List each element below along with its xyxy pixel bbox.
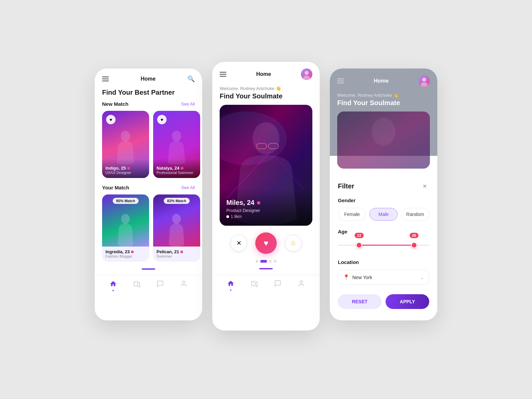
nav-chat-1[interactable] bbox=[157, 280, 164, 289]
filter-header: Filter ✕ bbox=[338, 181, 429, 191]
main-profile-distance: 1.9km bbox=[226, 214, 306, 219]
reject-button[interactable]: ✕ bbox=[230, 235, 247, 252]
slider-fill bbox=[356, 245, 411, 246]
svg-point-15 bbox=[300, 281, 302, 283]
your-match-ingredia[interactable]: 95% Match Ingredia, 23 Fashion Blogger bbox=[102, 194, 149, 262]
age-max-label: 28 bbox=[409, 233, 418, 238]
avatar-3[interactable] bbox=[418, 75, 430, 87]
card-dots bbox=[212, 257, 320, 268]
match-card-natalya[interactable]: ♥ Natalya, 24 Professional Swimmer bbox=[153, 111, 200, 178]
card-1-profession: UX/UI Designer bbox=[105, 171, 146, 175]
p2-progress-bar bbox=[259, 268, 273, 269]
verified-dot-ym-2 bbox=[180, 251, 183, 253]
main-profile-name: Miles, 24 bbox=[226, 199, 306, 207]
soulmate-title-3: Find Your Soulmate bbox=[337, 99, 430, 107]
find-partner-title: Find Your Best Partner bbox=[102, 89, 195, 96]
your-match-name-1: Ingredia, 23 bbox=[105, 249, 146, 254]
like-button[interactable]: ♥ bbox=[255, 232, 277, 254]
age-slider[interactable]: 22 28 bbox=[338, 239, 429, 251]
phone-2: Home Welcome, Rodney Artichoke 👋 Find Yo… bbox=[212, 62, 320, 330]
progress-area bbox=[95, 268, 202, 275]
filter-reset-button[interactable]: RESET bbox=[338, 294, 382, 309]
nav-active-indicator-2 bbox=[230, 290, 231, 291]
nav-home-2[interactable] bbox=[227, 280, 234, 289]
new-match-header: New Match See All bbox=[95, 101, 202, 107]
svg-point-0 bbox=[121, 131, 130, 141]
main-profile-profession: Product Designer bbox=[226, 208, 306, 213]
age-min-label: 22 bbox=[355, 233, 363, 238]
match-silhouette-1 bbox=[115, 213, 137, 247]
card-1-name: Indigo, 25 bbox=[105, 166, 146, 171]
hamburger-menu-icon-2[interactable] bbox=[220, 72, 226, 77]
match-badge-2: 82% Match bbox=[164, 198, 190, 204]
dot-1 bbox=[256, 260, 258, 263]
main-profile-card[interactable]: Miles, 24 Product Designer 1.9km bbox=[220, 105, 312, 226]
phone-2-header: Home bbox=[212, 62, 320, 83]
nav-map-1[interactable] bbox=[133, 280, 140, 289]
your-match-label: Your Match bbox=[102, 185, 129, 190]
phone-2-bottom-nav bbox=[212, 275, 320, 296]
star-button[interactable]: ☆ bbox=[285, 235, 302, 252]
gender-male-btn[interactable]: Male bbox=[369, 208, 398, 221]
nav-map-2[interactable] bbox=[251, 280, 258, 289]
scene: Home 🔍 Find Your Best Partner New Match … bbox=[81, 55, 451, 344]
svg-point-4 bbox=[182, 281, 185, 283]
nav-active-indicator bbox=[113, 290, 114, 291]
progress-bar bbox=[142, 268, 155, 270]
chevron-down-icon: ⌄ bbox=[420, 275, 424, 280]
dot-2-active bbox=[260, 260, 267, 263]
nav-profile-2[interactable] bbox=[298, 280, 305, 289]
main-card-info: Miles, 24 Product Designer 1.9km bbox=[220, 189, 312, 226]
card-1-info: Indigo, 25 UX/UI Designer bbox=[102, 159, 149, 178]
location-value-row: 📍 New York bbox=[343, 274, 372, 280]
phone-1: Home 🔍 Find Your Best Partner New Match … bbox=[95, 69, 202, 320]
phone-3-header: Home bbox=[330, 69, 437, 90]
match-badge-1: 95% Match bbox=[113, 198, 139, 204]
avatar-icon-3 bbox=[418, 75, 430, 87]
soulmate-title-2: Find Your Soulmate bbox=[220, 92, 312, 100]
verified-dot-1 bbox=[127, 167, 130, 170]
dot-4 bbox=[274, 260, 276, 263]
nav-profile-1[interactable] bbox=[180, 280, 187, 289]
search-button[interactable]: 🔍 bbox=[187, 75, 195, 83]
nav-home-1[interactable] bbox=[109, 280, 117, 289]
welcome-text-3: Welcome, Rodney Artichoke 👋 bbox=[337, 93, 430, 98]
phone-1-header: Home 🔍 bbox=[95, 69, 202, 86]
filter-actions: RESET APPLY bbox=[338, 294, 429, 309]
svg-point-17 bbox=[422, 78, 426, 82]
svg-point-10 bbox=[253, 122, 279, 154]
card-2-name: Natalya, 24 bbox=[157, 166, 197, 171]
match-card-indigo[interactable]: ♥ Indigo, 25 UX/UI Designer bbox=[102, 111, 149, 178]
age-min-thumb[interactable]: 22 bbox=[356, 242, 362, 248]
phone-3-welcome: Welcome, Rodney Artichoke 👋 Find Your So… bbox=[330, 90, 437, 107]
new-match-cards: ♥ Indigo, 25 UX/UI Designer ♥ bbox=[95, 111, 202, 178]
new-match-see-all[interactable]: See All bbox=[181, 101, 195, 106]
gender-random-btn[interactable]: Random bbox=[401, 208, 429, 221]
your-match-name-2: Pelican, 21 bbox=[157, 249, 197, 254]
nav-chat-2[interactable] bbox=[274, 280, 281, 289]
action-row: ✕ ♥ ☆ bbox=[212, 226, 320, 257]
blurred-card-3 bbox=[337, 112, 430, 169]
your-match-pelican[interactable]: 82% Match Pelican, 21 Swimmer bbox=[153, 194, 200, 262]
hamburger-menu-icon[interactable] bbox=[102, 77, 109, 81]
phone-3-title: Home bbox=[374, 78, 389, 84]
card-2-info: Natalya, 24 Professional Swimmer bbox=[153, 159, 200, 178]
location-pin-icon: 📍 bbox=[343, 274, 350, 280]
svg-point-2 bbox=[121, 214, 130, 224]
hamburger-menu-icon-3[interactable] bbox=[337, 79, 344, 83]
avatar-2[interactable] bbox=[301, 69, 312, 80]
age-max-thumb[interactable]: 28 bbox=[411, 242, 417, 248]
filter-apply-button[interactable]: APPLY bbox=[386, 294, 429, 309]
your-match-bg-2: 82% Match bbox=[153, 194, 200, 247]
heart-btn-1[interactable]: ♥ bbox=[106, 115, 116, 124]
filter-title: Filter bbox=[338, 182, 354, 190]
filter-close-button[interactable]: ✕ bbox=[420, 181, 429, 191]
p2-progress-area bbox=[212, 268, 320, 275]
your-match-see-all[interactable]: See All bbox=[181, 185, 195, 190]
gender-female-btn[interactable]: Female bbox=[338, 208, 366, 221]
heart-btn-2[interactable]: ♥ bbox=[157, 115, 167, 124]
your-match-info-1: Ingredia, 23 Fashion Blogger bbox=[102, 247, 149, 262]
location-label: Location bbox=[338, 259, 429, 265]
your-match-info-2: Pelican, 21 Swimmer bbox=[153, 247, 200, 262]
location-dropdown[interactable]: 📍 New York ⌄ bbox=[338, 270, 429, 285]
